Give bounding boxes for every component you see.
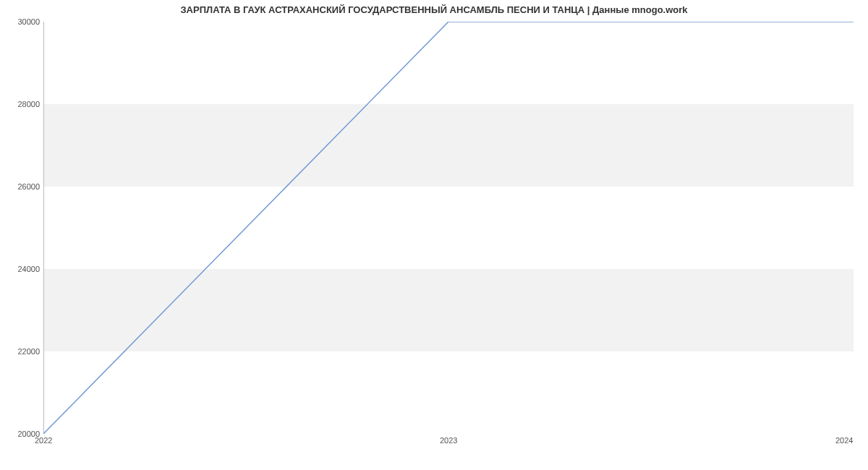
line-chart: ЗАРПЛАТА В ГАУК АСТРАХАНСКИЙ ГОСУДАРСТВЕ… bbox=[0, 0, 868, 470]
y-tick-label: 22000 bbox=[4, 347, 40, 356]
x-tick-label: 2024 bbox=[835, 436, 853, 445]
plot-area bbox=[43, 22, 854, 434]
x-tick-label: 2022 bbox=[35, 436, 52, 445]
y-tick-label: 30000 bbox=[4, 17, 40, 26]
y-tick-label: 26000 bbox=[4, 182, 40, 191]
grid-band bbox=[43, 104, 854, 187]
x-tick-label: 2023 bbox=[440, 436, 457, 445]
y-tick-label: 24000 bbox=[4, 265, 40, 273]
chart-title: ЗАРПЛАТА В ГАУК АСТРАХАНСКИЙ ГОСУДАРСТВЕ… bbox=[0, 4, 868, 15]
y-tick-label: 28000 bbox=[4, 100, 40, 108]
data-series-line bbox=[43, 22, 854, 434]
